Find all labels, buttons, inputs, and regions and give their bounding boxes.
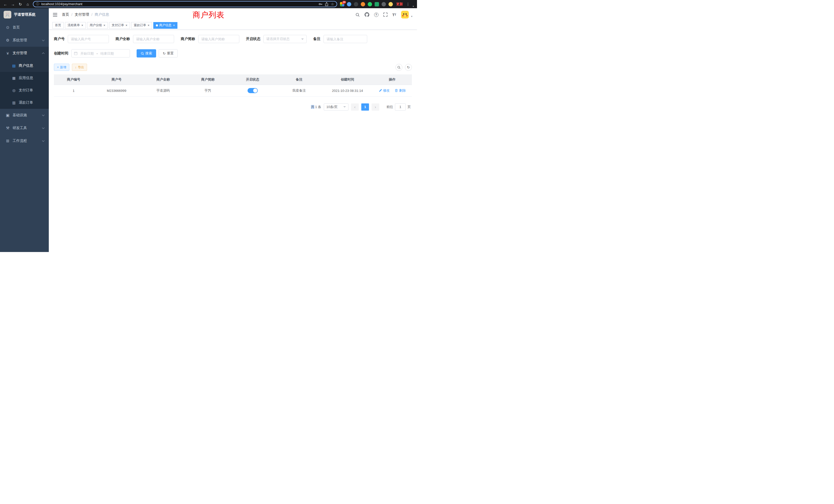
start-date-input[interactable]: [79, 51, 95, 55]
app-logo[interactable]: 🐰 芋道管理系统: [0, 8, 49, 21]
back-icon[interactable]: ←: [3, 2, 8, 6]
github-icon[interactable]: [365, 12, 369, 17]
delete-button[interactable]: 删除: [395, 88, 406, 93]
extensions-bar: 10: [340, 2, 393, 6]
infrastructure-icon: ▣: [5, 113, 10, 117]
tab-process-form[interactable]: 流程表单 ×: [65, 22, 86, 29]
end-date-input[interactable]: [98, 51, 115, 55]
status-toggle[interactable]: [247, 88, 258, 93]
sidebar-item-devtools[interactable]: ⚒ 研发工具: [0, 122, 49, 135]
breadcrumb-payment[interactable]: 支付管理: [75, 12, 89, 17]
reset-button[interactable]: ↻ 重置: [159, 49, 178, 58]
export-button[interactable]: ↓ 导出: [72, 64, 87, 71]
kebab-menu-icon[interactable]: ⋮: [406, 2, 410, 6]
goto-page-input[interactable]: [395, 104, 406, 111]
sidebar-item-app-info[interactable]: ▦ 应用信息: [0, 72, 49, 84]
refresh-icon: ↻: [163, 51, 166, 55]
merchant-no-input[interactable]: [68, 35, 109, 43]
help-icon[interactable]: ?: [374, 13, 378, 17]
breadcrumb-home[interactable]: 首页: [62, 12, 69, 17]
table-toolbar: + 新增 ↓ 导出 ↻: [54, 64, 412, 71]
filter-row-2: 创建时间 - 搜索 ↻ 重: [54, 49, 412, 58]
sidebar-item-workflow[interactable]: ⊞ 工作流程: [0, 135, 49, 147]
dashboard-icon: ⊙: [5, 25, 10, 30]
add-button[interactable]: + 新增: [54, 64, 69, 71]
edit-button[interactable]: 修改: [379, 88, 390, 93]
tab-pay-order[interactable]: 支付订单 ×: [109, 22, 130, 29]
password-key-icon[interactable]: [319, 2, 323, 6]
tab-label: 退款订单: [134, 23, 146, 27]
sidebar-item-pay-order[interactable]: ◎ 支付订单: [0, 84, 49, 96]
search-button-label: 搜索: [145, 51, 152, 56]
extension-blue-icon[interactable]: [347, 2, 351, 6]
chevron-down-icon[interactable]: ▾: [411, 15, 412, 18]
bookmark-star-icon[interactable]: ☆: [331, 2, 334, 6]
sidebar-item-payment[interactable]: ¥ 支付管理: [0, 47, 49, 60]
close-icon[interactable]: ×: [173, 24, 175, 27]
home-icon[interactable]: ⌂: [25, 2, 30, 6]
total-count-rest: 1 条: [315, 105, 321, 109]
tab-merchant-info[interactable]: 商户信息 ×: [153, 22, 177, 29]
refresh-button[interactable]: ↻: [405, 64, 412, 71]
toggle-search-button[interactable]: [395, 64, 402, 71]
tab-refund-order[interactable]: 退款订单 ×: [131, 22, 152, 29]
extension-avatar-icon[interactable]: [361, 2, 365, 6]
create-time-range[interactable]: -: [71, 49, 130, 58]
sidebar-item-home[interactable]: ⊙ 首页: [0, 21, 49, 34]
extension-green-square-icon[interactable]: [375, 2, 379, 6]
cell-actions: 修改 删除: [373, 85, 412, 96]
close-icon[interactable]: ×: [81, 24, 83, 27]
close-icon[interactable]: ×: [126, 24, 127, 27]
extension-pin-icon[interactable]: [381, 2, 386, 6]
app-grid-icon: ▦: [11, 76, 17, 80]
sidebar-item-merchant-info[interactable]: ▤ 商户信息: [0, 60, 49, 72]
search-icon[interactable]: [355, 13, 360, 17]
sidebar-item-system[interactable]: ⚙ 系统管理: [0, 34, 49, 47]
merchants-table: 商户编号 商户号 商户全称 商户简称 开启状态 备注 创建时间 操作 1 M23…: [54, 74, 412, 97]
merchant-card-icon: ▤: [11, 64, 17, 68]
fullscreen-icon[interactable]: [383, 13, 388, 17]
goto-page: 前往 页: [387, 104, 411, 111]
info-icon[interactable]: ⓘ: [36, 2, 39, 6]
page-number-button[interactable]: 1: [361, 104, 369, 111]
share-icon[interactable]: [325, 2, 329, 6]
sidebar-toggle-icon[interactable]: [49, 12, 62, 17]
forward-icon[interactable]: →: [10, 2, 15, 6]
font-size-icon[interactable]: TT: [392, 13, 396, 17]
remark-input[interactable]: [324, 35, 367, 43]
sidebar-item-refund-order[interactable]: ▥ 退款订单: [0, 96, 49, 109]
sidebar-item-infrastructure[interactable]: ▣ 基础设施: [0, 109, 49, 122]
close-icon[interactable]: ×: [104, 24, 105, 27]
total-count: 共1 条: [311, 105, 321, 109]
edit-button-label: 修改: [383, 88, 390, 93]
active-dot: [156, 24, 158, 26]
reload-icon[interactable]: ↻: [18, 2, 23, 6]
tab-user-group[interactable]: 用户分组 ×: [87, 22, 108, 29]
tab-home[interactable]: 首页: [52, 22, 64, 29]
th-remark: 备注: [276, 74, 322, 85]
status-select[interactable]: 请选择开启状态: [263, 35, 307, 43]
status-label: 开启状态: [246, 37, 260, 41]
profile-avatar-icon[interactable]: [389, 2, 393, 6]
sidebar-item-label: 系统管理: [13, 38, 27, 43]
close-icon[interactable]: ×: [148, 24, 150, 27]
page-size-select[interactable]: 10条/页: [324, 104, 348, 111]
workflow-icon: ⊞: [5, 139, 10, 143]
update-button[interactable]: 更新: [396, 2, 403, 6]
chevron-up-icon: [42, 52, 45, 55]
window-chevron-icon[interactable]: ▾: [413, 5, 414, 8]
url-bar[interactable]: ⓘ localhost:1024/pay/merchant ☆: [33, 1, 337, 7]
next-page-button[interactable]: ›: [372, 104, 379, 111]
extensions-grid-icon[interactable]: 10: [340, 2, 344, 6]
chevron-down-icon: [42, 139, 45, 142]
extensions-badge: 10: [342, 1, 346, 4]
short-name-input[interactable]: [198, 35, 239, 43]
user-avatar[interactable]: [401, 11, 409, 19]
extension-dark-icon[interactable]: [354, 2, 358, 6]
extension-green-circle-icon[interactable]: [368, 2, 372, 6]
download-icon: ↓: [75, 65, 76, 69]
search-button[interactable]: 搜索: [137, 49, 156, 58]
full-name-input[interactable]: [133, 35, 174, 43]
total-count-selected: 共: [311, 105, 314, 109]
prev-page-button[interactable]: ‹: [351, 104, 359, 111]
